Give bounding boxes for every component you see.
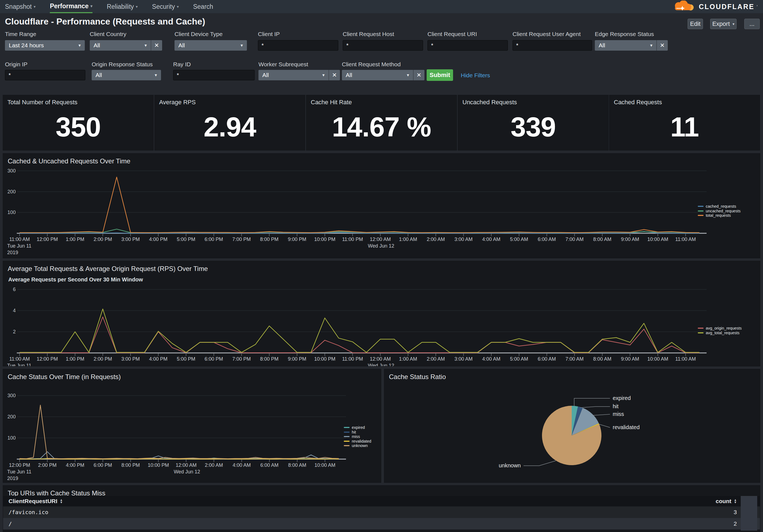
filter-select-client-request-method[interactable]: All▼	[342, 70, 413, 80]
page-title: Cloudflare - Performance (Requests and C…	[5, 17, 205, 27]
cell-uri: /favicon.ico	[9, 509, 49, 515]
nav-item-reliability[interactable]: Reliability▾	[107, 0, 138, 13]
x-tick-label: 2:00 AM	[427, 356, 445, 362]
filter-select-time-range[interactable]: Last 24 hours▼	[5, 40, 85, 50]
filter-select-client-device-type[interactable]: All▼	[174, 40, 247, 50]
sort-icon: ▲▼	[60, 499, 63, 504]
x-tick-label: 10:00 PM	[314, 356, 335, 362]
table-scrollbar-gutter[interactable]	[741, 496, 757, 531]
filter-label-client-request-method: Client Request Method	[342, 61, 401, 68]
filter-label-client-country: Client Country	[90, 31, 126, 38]
legend-item-cached-requests[interactable]: cached_requests	[698, 204, 736, 209]
y-tick-label: 200	[7, 414, 16, 419]
filter-group-client-device-type: All▼	[174, 40, 247, 50]
filter-label-edge-response-status: Edge Response Status	[595, 31, 654, 38]
chevron-down-icon: ▼	[321, 73, 329, 77]
cell-count: 2	[733, 520, 737, 527]
legend-label: expired	[352, 425, 365, 430]
filter-input-client-request-host[interactable]: *	[343, 40, 423, 50]
filter-label-client-request-user-agent: Client Request User Agent	[512, 31, 581, 38]
nav-item-label: Security	[152, 3, 175, 10]
clear-filter-button[interactable]: ✕	[657, 40, 668, 50]
chevron-down-icon: ▼	[649, 43, 656, 47]
chevron-down-icon: ▾	[732, 22, 734, 26]
nav-item-security[interactable]: Security▾	[152, 0, 179, 13]
legend-item-miss[interactable]: miss	[344, 434, 360, 439]
logo-text: CLOUDFLARE	[699, 3, 754, 11]
filter-input-origin-ip[interactable]: *	[5, 70, 85, 80]
column-header-label: count	[716, 498, 731, 504]
kpi-value: 339	[458, 111, 608, 143]
x-tick-label: 8:00 AM	[593, 236, 611, 242]
legend-swatch	[698, 328, 704, 329]
chevron-down-icon: ▾	[91, 4, 92, 8]
filter-label-origin-response-status: Origin Response Status	[92, 61, 153, 68]
x-tick-label: 11:00 AM	[675, 356, 696, 362]
chevron-down-icon: ▼	[406, 73, 413, 77]
legend-item-expired[interactable]: expired	[344, 425, 365, 430]
table-panel: Top URIs with Cache Status Miss ClientRe…	[3, 485, 760, 532]
y-tick-label: 6	[13, 287, 16, 292]
filter-select-client-country[interactable]: All▼	[90, 40, 151, 50]
x-tick-label: 1:00 PM	[66, 356, 84, 362]
nav-item-label: Snapshot	[5, 3, 32, 10]
edit-button-label: Edit	[690, 20, 701, 28]
nav-item-search[interactable]: Search	[193, 0, 213, 13]
filter-input-client-request-user-agent[interactable]: *	[512, 40, 592, 50]
nav-items: Snapshot▾Performance▾Reliability▾Securit…	[5, 0, 213, 13]
chart-title: Average Total Requests & Average Origin …	[8, 265, 208, 273]
nav-item-performance[interactable]: Performance▾	[50, 0, 92, 13]
chevron-down-icon: ▾	[136, 4, 138, 9]
clear-filter-button[interactable]: ✕	[151, 40, 162, 50]
legend-swatch	[698, 211, 704, 212]
edit-button[interactable]: Edit	[688, 19, 703, 29]
legend-item-revalidated[interactable]: revalidated	[344, 439, 371, 443]
x-tick-label: 4:00 PM	[66, 462, 84, 468]
filter-select-value: All	[90, 42, 144, 49]
x-tick-label: 7:00 PM	[232, 356, 251, 362]
x-tick-label: 5:00 AM	[510, 356, 528, 362]
clear-filter-button[interactable]: ✕	[413, 70, 424, 80]
hide-filters-link[interactable]: Hide Filters	[461, 72, 490, 79]
filter-select-origin-response-status[interactable]: All▼	[92, 70, 161, 80]
x-tick-label: 11:00 AM	[675, 236, 696, 242]
column-header-clientrequesturi[interactable]: ClientRequestURI▲▼	[9, 498, 63, 504]
table-row[interactable]: /favicon.ico3	[3, 506, 760, 518]
chart-title: Cached & Uncached Requests Over Time	[8, 157, 131, 165]
filter-select-edge-response-status[interactable]: All▼	[595, 40, 656, 50]
legend-item-avg-total-requests[interactable]: avg_total_requests	[698, 331, 740, 335]
clear-filter-button[interactable]: ✕	[329, 70, 340, 80]
legend-item-uncached-requests[interactable]: uncached_requests	[698, 209, 741, 213]
filter-select-worker-subrequest[interactable]: All▼	[259, 70, 329, 80]
x-tick-label: 2:00 PM	[38, 462, 56, 468]
x-tick-label: 10:00 PM	[314, 236, 335, 242]
kpi-card-average-rps: Average RPS2.94	[155, 95, 305, 150]
legend-item-total-requests[interactable]: total_requests	[698, 213, 731, 218]
legend-item-avg-origin-requests[interactable]: avg_origin_requests	[698, 326, 742, 330]
x-tick-label: 6:00 PM	[204, 236, 223, 242]
filter-group-time-range: Last 24 hours▼	[5, 40, 85, 50]
nav-item-snapshot[interactable]: Snapshot▾	[5, 0, 36, 13]
chart-line-avg-total-requests	[20, 309, 700, 352]
kpi-title: Cache Hit Rate	[311, 99, 352, 106]
x-tick-label: 7:00 AM	[565, 236, 584, 242]
kpi-value: 11	[609, 111, 760, 143]
legend-item-hit[interactable]: hit	[344, 430, 356, 434]
x-tick-label: 5:00 AM	[510, 236, 528, 242]
x-tick-label: 7:00 PM	[232, 236, 251, 242]
column-header-count[interactable]: count▲▼	[716, 498, 737, 504]
chart-title: Cache Status Ratio	[389, 373, 446, 381]
table-header-row: ClientRequestURI▲▼count▲▼	[3, 496, 760, 506]
table-row[interactable]: /2	[3, 518, 760, 530]
filter-input-client-request-uri[interactable]: *	[427, 40, 508, 50]
submit-button[interactable]: Submit	[427, 69, 453, 81]
filter-input-ray-id[interactable]: *	[173, 70, 255, 80]
export-button[interactable]: Export▾	[710, 19, 736, 29]
filter-label-origin-ip: Origin IP	[5, 61, 28, 68]
filter-select-value: All	[595, 42, 649, 49]
legend-item-unknown[interactable]: unknown	[344, 443, 368, 448]
filter-input-client-ip[interactable]: *	[258, 40, 338, 50]
more-button[interactable]: ...	[744, 19, 760, 29]
x-tick-label: 5:00 PM	[177, 236, 195, 242]
x-tick-label: 4:00 AM	[482, 356, 500, 362]
